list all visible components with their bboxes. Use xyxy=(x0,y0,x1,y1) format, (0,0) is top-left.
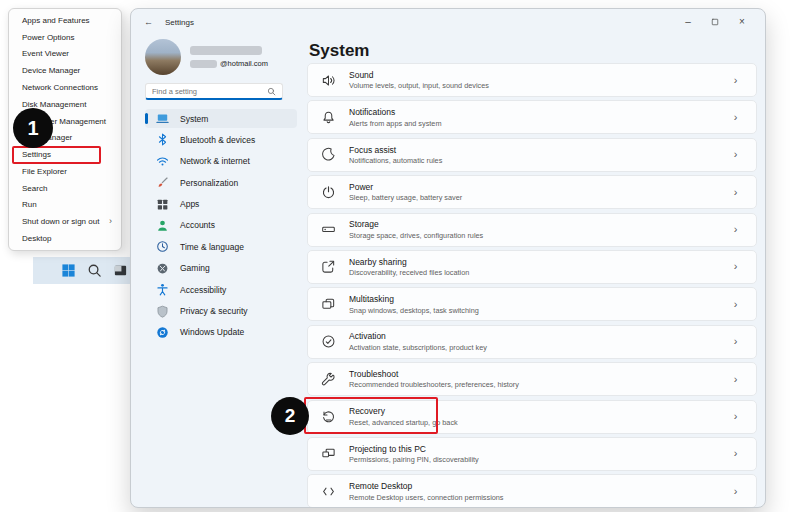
menu-item-label: Device Manager xyxy=(22,66,80,75)
sidebar-nav-item[interactable]: Gaming xyxy=(145,259,297,278)
menu-item[interactable]: Event Viewer › xyxy=(9,46,121,63)
screenshot-root: { "colors": { "accent": "#0067c0", "anno… xyxy=(0,0,793,512)
card-subtitle: Sleep, battery usage, battery saver xyxy=(349,193,462,202)
chevron-right-icon: › xyxy=(728,334,743,349)
settings-card[interactable]: Multitasking Snap windows, desktops, tas… xyxy=(307,287,757,321)
time-language-icon xyxy=(156,240,169,253)
card-subtitle: Activation state, subscriptions, product… xyxy=(349,343,487,352)
chevron-right-icon: › xyxy=(109,217,112,226)
settings-search-box[interactable] xyxy=(145,83,283,100)
search-icon xyxy=(267,87,276,96)
sidebar-nav-item[interactable]: Personalization xyxy=(145,173,297,192)
maximize-icon[interactable] xyxy=(710,17,720,27)
redacted-email-prefix xyxy=(190,60,217,68)
step2-highlight-box xyxy=(304,397,438,434)
main-pane: System Sound Volume levels, output, inpu… xyxy=(307,35,757,508)
privacy-icon xyxy=(156,305,169,318)
chevron-right-icon: › xyxy=(728,110,743,125)
sidebar-nav-label: Gaming xyxy=(180,263,210,273)
sidebar-nav-label: Time & language xyxy=(180,242,244,252)
user-avatar xyxy=(145,39,181,75)
card-subtitle: Recommended troubleshooters, preferences… xyxy=(349,380,519,389)
menu-item-label: Shut down or sign out xyxy=(22,217,99,226)
sidebar-nav-label: Accounts xyxy=(180,220,215,230)
card-subtitle: Discoverability, received files location xyxy=(349,268,469,277)
settings-card-list: Sound Volume levels, output, input, soun… xyxy=(307,63,757,508)
file-explorer-icon[interactable] xyxy=(113,263,128,278)
sidebar-nav-item[interactable]: Windows Update xyxy=(145,323,297,342)
sidebar-nav-item[interactable]: Network & internet xyxy=(145,152,297,171)
menu-item[interactable]: Apps and Features › xyxy=(9,12,121,29)
step2-badge: 2 xyxy=(271,397,309,435)
menu-item-label: Network Connections xyxy=(22,83,98,92)
menu-item[interactable]: Desktop › xyxy=(9,230,121,247)
windows-logo-icon[interactable] xyxy=(61,263,76,278)
projecting-icon xyxy=(321,446,336,461)
gaming-icon xyxy=(156,262,169,275)
notifications-icon xyxy=(321,110,336,125)
chevron-right-icon: › xyxy=(728,297,743,312)
settings-card[interactable]: Power Sleep, battery usage, battery save… xyxy=(307,175,757,209)
remote-desktop-icon xyxy=(321,484,336,499)
storage-icon xyxy=(321,222,336,237)
settings-card[interactable]: Troubleshoot Recommended troubleshooters… xyxy=(307,362,757,396)
sidebar-nav-item[interactable]: Time & language xyxy=(145,237,297,256)
sidebar-nav-item[interactable]: System xyxy=(145,109,297,128)
sidebar-nav-label: Apps xyxy=(180,199,199,209)
menu-item-label: Desktop xyxy=(22,234,51,243)
settings-card[interactable]: Remote Desktop Remote Desktop users, con… xyxy=(307,474,757,508)
menu-item-label: Event Viewer xyxy=(22,49,69,58)
personalization-icon xyxy=(156,176,169,189)
sidebar-nav-item[interactable]: Privacy & security xyxy=(145,302,297,321)
card-subtitle: Remote Desktop users, connection permiss… xyxy=(349,493,504,502)
chevron-right-icon: › xyxy=(728,222,743,237)
menu-item[interactable]: File Explorer › xyxy=(9,163,121,180)
redacted-username xyxy=(190,46,262,55)
settings-card[interactable]: Notifications Alerts from apps and syste… xyxy=(307,100,757,134)
search-input[interactable] xyxy=(152,87,263,96)
menu-item[interactable]: Network Connections › xyxy=(9,79,121,96)
nearby-sharing-icon xyxy=(321,259,336,274)
sidebar-nav-label: Personalization xyxy=(180,178,238,188)
bluetooth-icon xyxy=(156,133,169,146)
menu-item[interactable]: Search › xyxy=(9,180,121,197)
search-icon[interactable] xyxy=(87,263,102,278)
sidebar-nav-item[interactable]: Bluetooth & devices xyxy=(145,130,297,149)
windows-update-icon xyxy=(156,326,169,339)
settings-card[interactable]: Focus assist Notifications, automatic ru… xyxy=(307,138,757,172)
sidebar-nav-item[interactable]: Apps xyxy=(145,195,297,214)
card-title: Remote Desktop xyxy=(349,481,504,491)
chevron-right-icon: › xyxy=(728,484,743,499)
account-section[interactable]: @hotmail.com xyxy=(145,39,297,75)
card-subtitle: Permissions, pairing PIN, discoverabilit… xyxy=(349,455,479,464)
sidebar-nav: System Bluetooth & devices Network & int… xyxy=(145,109,297,342)
chevron-right-icon: › xyxy=(728,372,743,387)
settings-card[interactable]: Storage Storage space, drives, configura… xyxy=(307,213,757,247)
menu-item[interactable]: Power Options › xyxy=(9,29,121,46)
card-title: Projecting to this PC xyxy=(349,444,479,454)
card-subtitle: Notifications, automatic rules xyxy=(349,156,442,165)
card-title: Power xyxy=(349,182,462,192)
settings-card[interactable]: Projecting to this PC Permissions, pairi… xyxy=(307,437,757,471)
sidebar-nav-item[interactable]: Accounts xyxy=(145,216,297,235)
menu-item-label: Power Options xyxy=(22,33,74,42)
sidebar-nav-item[interactable]: Accessibility xyxy=(145,280,297,299)
menu-item[interactable]: Device Manager › xyxy=(9,62,121,79)
sidebar-nav-label: Privacy & security xyxy=(180,306,248,316)
back-arrow-icon[interactable]: ← xyxy=(143,17,154,28)
apps-icon xyxy=(156,198,169,211)
step1-highlight-box xyxy=(12,146,101,164)
settings-card[interactable]: Activation Activation state, subscriptio… xyxy=(307,325,757,359)
accounts-icon xyxy=(156,219,169,232)
menu-item[interactable]: Run › xyxy=(9,197,121,214)
card-title: Notifications xyxy=(349,107,441,117)
card-title: Multitasking xyxy=(349,294,479,304)
card-title: Activation xyxy=(349,331,487,341)
chevron-right-icon: › xyxy=(728,185,743,200)
settings-card[interactable]: Nearby sharing Discoverability, received… xyxy=(307,250,757,284)
close-icon[interactable]: × xyxy=(737,17,747,27)
sound-icon xyxy=(321,73,336,88)
menu-item[interactable]: Shut down or sign out › xyxy=(9,213,121,230)
settings-card[interactable]: Sound Volume levels, output, input, soun… xyxy=(307,63,757,97)
minimize-icon[interactable]: – xyxy=(683,17,693,27)
